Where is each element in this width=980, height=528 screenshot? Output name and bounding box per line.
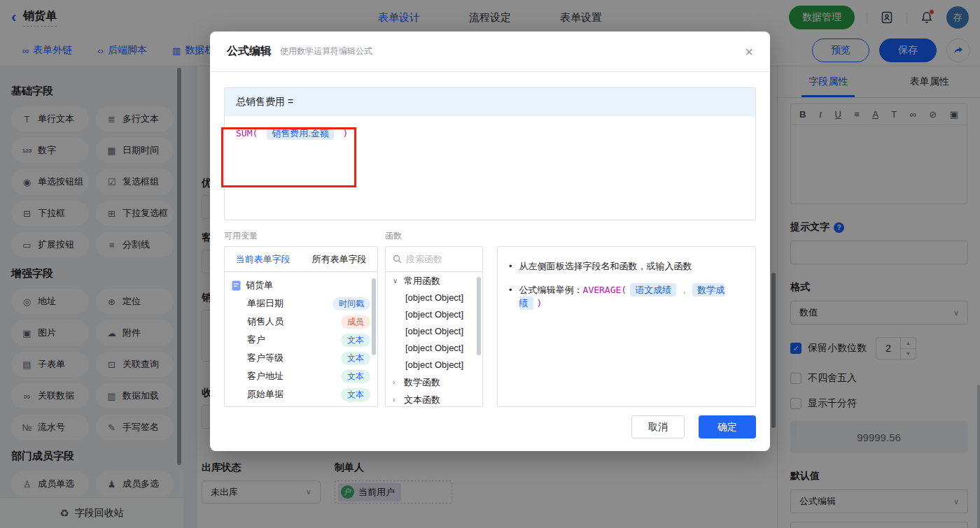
form-tree-root[interactable]: 销货单 bbox=[225, 276, 377, 294]
expand-arrow-icon: › bbox=[393, 396, 400, 404]
variables-tab[interactable]: 当前表单字段 bbox=[225, 247, 301, 271]
function-group-header[interactable]: ∨ 常用函数 bbox=[386, 272, 482, 290]
field-type-badge: 文本 bbox=[341, 352, 370, 365]
functions-panel: ∨ 常用函数 [object Object] [object Object] bbox=[385, 246, 483, 407]
function-group: ∨ 常用函数 [object Object] [object Object] bbox=[386, 272, 482, 373]
document-icon bbox=[232, 280, 241, 291]
modal-subtitle: 使用数学运算符编辑公式 bbox=[280, 45, 372, 57]
formula-field-chip[interactable]: 销售费用.金额 bbox=[267, 127, 334, 140]
function-item[interactable]: [object Object] bbox=[386, 306, 482, 323]
expand-arrow-icon: › bbox=[393, 378, 400, 386]
formula-edit-modal: 公式编辑 使用数学运算符编辑公式 × 总销售费用 = SUM( 销售费用.金额 … bbox=[210, 31, 770, 451]
function-group: › 数学函数 bbox=[386, 373, 482, 391]
function-item[interactable]: [object Object] bbox=[386, 323, 482, 340]
variable-field-name: 客户地址 bbox=[247, 370, 284, 383]
function-item[interactable]: [object Object] bbox=[386, 340, 482, 357]
formula-editor[interactable]: 总销售费用 = SUM( 销售费用.金额 ) bbox=[224, 87, 756, 220]
field-type-badge: 成员 bbox=[341, 315, 370, 329]
formula-tips-panel: • 从左侧面板选择字段名和函数，或输入函数 • 公式编辑举例：AVERAGE(语… bbox=[497, 246, 756, 407]
formula-target: 总销售费用 = bbox=[225, 88, 755, 116]
variable-field-item[interactable]: 销售人员 成员 bbox=[225, 313, 377, 331]
variable-field-name: 客户 bbox=[247, 334, 265, 346]
field-type-badge: 时间戳 bbox=[332, 297, 370, 311]
close-icon[interactable]: × bbox=[745, 45, 753, 59]
function-group-header[interactable]: › 数学函数 bbox=[386, 373, 482, 391]
variable-field-item[interactable]: 单据日期 时间戳 bbox=[225, 294, 377, 313]
field-type-badge: 文本 bbox=[341, 370, 370, 383]
example-field-chip-1: 语文成绩 bbox=[630, 283, 676, 297]
variables-tab[interactable]: 所有表单字段 bbox=[301, 247, 377, 271]
variable-field-name: 单据日期 bbox=[247, 297, 284, 310]
function-group: › 文本函数 bbox=[386, 391, 482, 407]
tip-line: • 从左侧面板选择字段名和函数，或输入函数 bbox=[509, 259, 744, 273]
function-item[interactable]: [object Object] bbox=[386, 290, 482, 306]
variable-field-name: 客户等级 bbox=[247, 352, 284, 364]
function-group-header[interactable]: › 文本函数 bbox=[386, 391, 482, 407]
variable-field-item[interactable]: 客户地址 文本 bbox=[225, 367, 377, 385]
function-group-label: 数学函数 bbox=[404, 376, 440, 389]
tip-example-text: 公式编辑举例：AVERAGE(语文成绩，数学成绩) bbox=[519, 283, 744, 311]
example-keyword: AVERAGE( bbox=[583, 285, 627, 295]
formula-paren: ) bbox=[343, 128, 349, 138]
variables-panel: 当前表单字段 所有表单字段 销货单 bbox=[224, 246, 378, 407]
formula-keyword: SUM( bbox=[236, 128, 258, 138]
function-search-input[interactable] bbox=[406, 254, 469, 264]
confirm-button[interactable]: 确定 bbox=[699, 415, 756, 438]
function-group-label: 文本函数 bbox=[404, 394, 440, 406]
variables-tree: 销货单 单据日期 时间戳 销售人员 成员 bbox=[225, 272, 377, 404]
panel-row: 当前表单字段 所有表单字段 销货单 bbox=[224, 246, 756, 407]
functions-label: 函数 bbox=[385, 230, 402, 242]
panel-labels: 可用变量 函数 bbox=[224, 230, 756, 242]
modal-footer: 取消 确定 bbox=[631, 415, 756, 438]
function-search bbox=[386, 247, 482, 272]
modal-header: 公式编辑 使用数学运算符编辑公式 × bbox=[210, 31, 770, 72]
variable-field-name: 原始单据 bbox=[247, 388, 284, 401]
cancel-button[interactable]: 取消 bbox=[631, 415, 685, 438]
tip-text: 从左侧面板选择字段名和函数，或输入函数 bbox=[519, 259, 692, 273]
variable-field-name: 销售人员 bbox=[247, 315, 284, 328]
modal-body: 总销售费用 = SUM( 销售费用.金额 ) 可用变量 函数 当前表单字段 所有… bbox=[210, 72, 770, 407]
formula-expression[interactable]: SUM( 销售费用.金额 ) bbox=[225, 116, 755, 151]
variable-field-item[interactable]: 客户等级 文本 bbox=[225, 349, 377, 367]
expand-arrow-icon: ∨ bbox=[393, 277, 400, 285]
functions-scrollbar[interactable] bbox=[477, 277, 481, 355]
field-type-badge: 文本 bbox=[341, 388, 370, 401]
variables-label: 可用变量 bbox=[224, 230, 385, 242]
variable-field-item[interactable]: 原始单据 文本 bbox=[225, 385, 377, 404]
variable-field-item[interactable]: 客户 文本 bbox=[225, 331, 377, 349]
function-item[interactable]: [object Object] bbox=[386, 357, 482, 373]
search-icon bbox=[393, 255, 402, 264]
tip-example-line: • 公式编辑举例：AVERAGE(语文成绩，数学成绩) bbox=[509, 283, 744, 311]
modal-title: 公式编辑 bbox=[227, 44, 272, 59]
variables-scrollbar[interactable] bbox=[372, 278, 376, 355]
function-group-label: 常用函数 bbox=[404, 275, 440, 287]
field-type-badge: 文本 bbox=[341, 334, 370, 347]
form-tree-root-label: 销货单 bbox=[246, 279, 273, 292]
